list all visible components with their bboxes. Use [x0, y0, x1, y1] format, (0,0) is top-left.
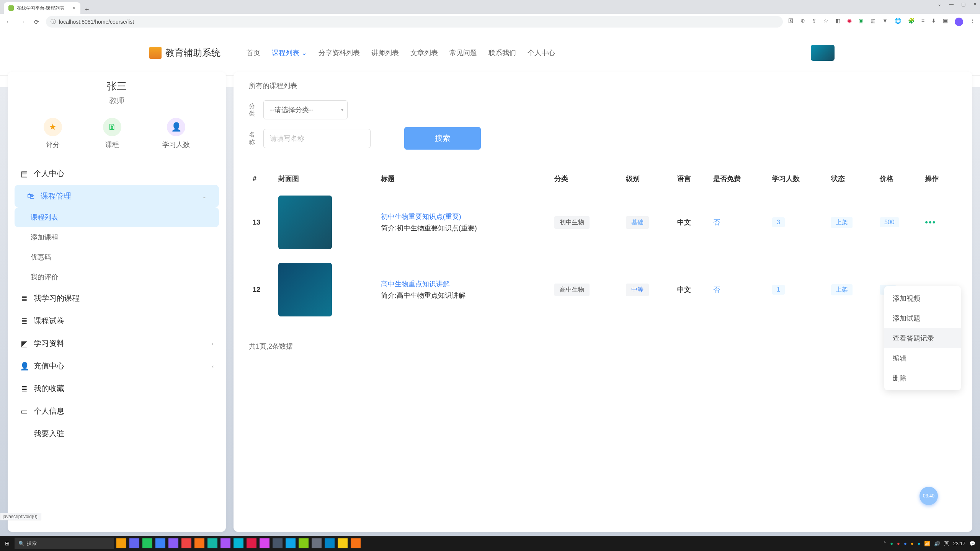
tb-app-14[interactable]: [285, 538, 296, 549]
ext2-icon[interactable]: ◉: [847, 18, 852, 26]
dropdown-item-2[interactable]: 查看答题记录: [884, 328, 961, 348]
forward-button[interactable]: →: [18, 18, 27, 25]
tb-app-6[interactable]: [181, 538, 192, 549]
window-maximize-icon[interactable]: ▢: [961, 2, 965, 7]
sidebar-item-9[interactable]: 👤充值中心‹: [8, 355, 226, 377]
sidebar-item-12[interactable]: 我要入驻: [8, 422, 226, 445]
new-tab-button[interactable]: +: [80, 6, 94, 14]
nav-item-2[interactable]: 分享资料列表: [318, 48, 360, 57]
sidebar-item-10[interactable]: ≣我的收藏: [8, 377, 226, 400]
nav-item-6[interactable]: 联系我们: [488, 48, 516, 57]
floating-time-badge[interactable]: 03:40: [920, 487, 938, 505]
tb-app-10[interactable]: [233, 538, 244, 549]
key-icon[interactable]: ⚿: [788, 18, 794, 26]
taskbar-search[interactable]: 🔍 搜索: [15, 538, 114, 549]
cover-image[interactable]: [278, 196, 332, 249]
ext5-icon[interactable]: ▼: [882, 18, 888, 26]
search-button[interactable]: 搜索: [404, 127, 481, 150]
tray-ime[interactable]: 英: [944, 540, 949, 547]
sidebar-item-8[interactable]: ◩学习资料‹: [8, 332, 226, 355]
ext3-icon[interactable]: ▣: [859, 18, 864, 26]
tb-app-12[interactable]: [259, 538, 270, 549]
nav-item-4[interactable]: 文章列表: [410, 48, 438, 57]
tb-app-3[interactable]: [142, 538, 153, 549]
translate-icon[interactable]: 🌐: [895, 18, 901, 26]
list-icon[interactable]: ≡: [921, 18, 924, 26]
nav-item-1[interactable]: 课程列表 ⌄: [272, 48, 307, 57]
tb-app-16[interactable]: [311, 538, 322, 549]
sidebar-subitem-2[interactable]: 课程列表: [15, 207, 219, 227]
tb-app-15[interactable]: [298, 538, 309, 549]
ext1-icon[interactable]: ◧: [835, 18, 840, 26]
tb-app-4[interactable]: [155, 538, 166, 549]
nav-item-0[interactable]: 首页: [247, 48, 260, 57]
tb-app-5[interactable]: [168, 538, 179, 549]
tray-volume-icon[interactable]: 🔊: [934, 541, 940, 546]
sidebar-subitem-4[interactable]: 优惠码: [8, 247, 226, 267]
tray-icon-4[interactable]: ●: [911, 541, 914, 546]
more-actions-icon[interactable]: •••: [925, 217, 936, 227]
window-close-icon[interactable]: ✕: [973, 2, 977, 7]
tab-close-icon[interactable]: ×: [73, 5, 76, 11]
tray-icon-2[interactable]: ●: [897, 541, 900, 546]
sidebar-item-11[interactable]: ▭个人信息: [8, 400, 226, 422]
dropdown-item-1[interactable]: 添加试题: [884, 308, 961, 328]
stat-learners[interactable]: 👤 学习人数: [162, 118, 190, 149]
stat-courses[interactable]: 🗎 课程: [103, 118, 121, 149]
back-button[interactable]: ←: [5, 18, 13, 25]
tray-icon-1[interactable]: ●: [890, 541, 893, 546]
apps-icon[interactable]: ▣: [943, 18, 948, 26]
tb-app-8[interactable]: [207, 538, 218, 549]
profile-avatar-icon[interactable]: [955, 18, 963, 26]
window-minimize-icon[interactable]: —: [949, 2, 954, 7]
tray-icon-3[interactable]: ●: [904, 541, 907, 546]
tb-app-19[interactable]: [350, 538, 361, 549]
tray-icon-5[interactable]: ●: [918, 541, 921, 546]
tb-app-7[interactable]: [194, 538, 205, 549]
course-title-link[interactable]: 高中生物重点知识讲解: [381, 279, 547, 289]
download-icon[interactable]: ⬇: [931, 18, 936, 26]
tb-app-11[interactable]: [246, 538, 257, 549]
site-info-icon[interactable]: ⓘ: [51, 18, 56, 25]
share-icon[interactable]: ⇪: [812, 18, 817, 26]
sidebar-item-6[interactable]: ≣我学习的课程: [8, 287, 226, 310]
tb-app-9[interactable]: [220, 538, 231, 549]
nav-item-7[interactable]: 个人中心: [528, 48, 555, 57]
bookmark-icon[interactable]: ☆: [823, 18, 828, 26]
zoom-icon[interactable]: ⊕: [800, 18, 805, 26]
url-field[interactable]: ⓘ localhost:8081/home/course/list: [46, 16, 783, 28]
tray-notification-icon[interactable]: 💬: [969, 541, 975, 546]
course-title-link[interactable]: 初中生物重要知识点(重要): [381, 212, 547, 221]
ext4-icon[interactable]: ▧: [871, 18, 875, 26]
window-dropdown-icon[interactable]: ⌄: [938, 2, 941, 7]
category-select[interactable]: --请选择分类-- ▾: [263, 100, 348, 119]
dropdown-item-4[interactable]: 删除: [884, 368, 961, 388]
puzzle-icon[interactable]: 🧩: [908, 18, 915, 26]
tb-app-2[interactable]: [129, 538, 140, 549]
sidebar-item-1[interactable]: 🛍课程管理⌄: [15, 185, 219, 207]
dropdown-item-0[interactable]: 添加视频: [884, 289, 961, 308]
start-button[interactable]: ⊞: [2, 538, 13, 549]
nav-item-5[interactable]: 常见问题: [449, 48, 477, 57]
menu-icon[interactable]: ⋮: [970, 18, 975, 26]
stat-rating[interactable]: ★ 评分: [44, 118, 62, 149]
tray-network-icon[interactable]: 📶: [924, 541, 930, 546]
tb-app-13[interactable]: [272, 538, 283, 549]
reload-button[interactable]: ⟳: [32, 18, 41, 26]
dropdown-item-3[interactable]: 编辑: [884, 348, 961, 368]
tray-chevron-icon[interactable]: ˄: [884, 541, 886, 546]
header-user-avatar[interactable]: [811, 45, 835, 61]
sidebar-subitem-5[interactable]: 我的评价: [8, 267, 226, 287]
sidebar-item-7[interactable]: ≣课程试卷: [8, 310, 226, 332]
sidebar-subitem-3[interactable]: 添加课程: [8, 227, 226, 247]
logo[interactable]: 教育辅助系统: [149, 47, 220, 59]
nav-item-3[interactable]: 讲师列表: [371, 48, 399, 57]
browser-tab[interactable]: 在线学习平台-课程列表 ×: [4, 2, 80, 14]
cover-image[interactable]: [278, 263, 332, 316]
tray-time[interactable]: 23:17: [953, 541, 965, 546]
sidebar-item-0[interactable]: ▤个人中心: [8, 162, 226, 185]
tb-app-1[interactable]: [116, 538, 127, 549]
tb-app-18[interactable]: [337, 538, 348, 549]
tb-app-17[interactable]: [324, 538, 335, 549]
name-input[interactable]: 请填写名称: [263, 129, 371, 148]
